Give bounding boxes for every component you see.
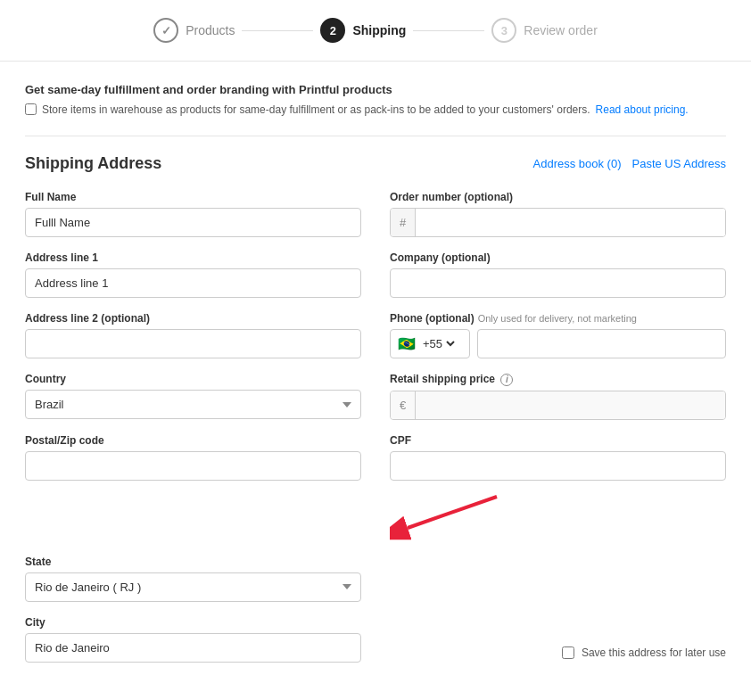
- step-connector-1: [242, 30, 313, 31]
- retail-price-wrapper: €: [390, 391, 726, 420]
- address-line2-group: Address line 2 (optional): [25, 312, 361, 358]
- promo-title: Get same-day fulfillment and order brand…: [25, 83, 726, 96]
- state-right-placeholder: [390, 556, 726, 602]
- retail-price-group: Retail shipping price i €: [390, 373, 726, 420]
- address-form: Full Name Order number (optional) # Addr…: [25, 191, 726, 663]
- step-label-shipping: Shipping: [352, 23, 406, 37]
- step-review[interactable]: 3 Review order: [491, 18, 597, 43]
- address-line2-label: Address line 2 (optional): [25, 312, 361, 325]
- step-circle-shipping: 2: [320, 18, 345, 43]
- cpf-group: CPF: [390, 434, 726, 541]
- company-group: Company (optional): [390, 251, 726, 298]
- country-group: Country Brazil United States Germany Fra…: [25, 373, 361, 420]
- order-number-input[interactable]: [416, 209, 725, 236]
- full-name-label: Full Name: [25, 191, 361, 203]
- phone-input[interactable]: [477, 329, 726, 358]
- divider-1: [25, 136, 726, 136]
- svg-line-1: [408, 497, 497, 528]
- info-icon: i: [500, 374, 513, 386]
- save-address-label: Save this address for later use: [582, 646, 726, 659]
- read-about-pricing-link[interactable]: Read about pricing.: [596, 102, 689, 118]
- phone-country-select[interactable]: 🇧🇷 +55: [390, 329, 470, 358]
- full-name-input[interactable]: [25, 208, 361, 237]
- address-line1-input[interactable]: [25, 268, 361, 298]
- currency-symbol: €: [391, 391, 416, 419]
- step-number-shipping: 2: [330, 24, 336, 37]
- phone-country-dropdown[interactable]: +55: [419, 336, 458, 351]
- save-address-row: Save this address for later use: [562, 646, 726, 659]
- paste-us-address-link[interactable]: Paste US Address: [632, 157, 727, 170]
- address-line1-label: Address line 1: [25, 251, 361, 264]
- checkmark-icon: ✓: [161, 24, 171, 37]
- promo-banner: Get same-day fulfillment and order brand…: [25, 83, 726, 118]
- phone-label: Phone (optional)Only used for delivery, …: [390, 312, 726, 325]
- city-input[interactable]: [25, 633, 361, 663]
- address-line2-input[interactable]: [25, 329, 361, 358]
- address-line1-group: Address line 1: [25, 251, 361, 298]
- main-content: Get same-day fulfillment and order brand…: [0, 62, 751, 684]
- city-group: City: [25, 616, 361, 663]
- company-input[interactable]: [390, 268, 726, 298]
- postal-code-input[interactable]: [25, 451, 361, 481]
- retail-price-label: Retail shipping price i: [390, 373, 726, 386]
- state-select[interactable]: Rio de Janeiro ( RJ ) São Paulo ( SP ) M…: [25, 572, 361, 602]
- step-products[interactable]: ✓ Products: [153, 18, 235, 43]
- phone-group: Phone (optional)Only used for delivery, …: [390, 312, 726, 358]
- order-number-wrapper: #: [390, 208, 726, 237]
- address-book-link[interactable]: Address book (0): [533, 157, 622, 170]
- company-label: Company (optional): [390, 251, 726, 264]
- step-circle-products: ✓: [153, 18, 178, 43]
- step-connector-2: [413, 30, 484, 31]
- promo-label: Store items in warehouse as products for…: [42, 102, 590, 118]
- step-label-review: Review order: [524, 23, 597, 37]
- brazil-flag-icon: 🇧🇷: [398, 335, 416, 352]
- retail-price-input[interactable]: [416, 391, 725, 419]
- order-number-label: Order number (optional): [390, 191, 726, 203]
- address-actions: Address book (0) Paste US Address: [533, 157, 727, 170]
- full-name-group: Full Name: [25, 191, 361, 237]
- country-select[interactable]: Brazil United States Germany France Unit…: [25, 390, 361, 419]
- order-number-prefix: #: [391, 209, 416, 236]
- step-circle-review: 3: [491, 18, 516, 43]
- save-address-group: Save this address for later use: [390, 616, 726, 663]
- phone-note: Only used for delivery, not marketing: [478, 313, 637, 324]
- shipping-address-title: Shipping Address: [25, 154, 161, 173]
- order-number-group: Order number (optional) #: [390, 191, 726, 237]
- save-address-checkbox[interactable]: [562, 646, 574, 659]
- promo-checkbox-row: Store items in warehouse as products for…: [25, 102, 726, 118]
- stepper: ✓ Products 2 Shipping 3 Review order: [0, 0, 751, 62]
- city-label: City: [25, 616, 361, 629]
- cpf-label: CPF: [390, 434, 726, 447]
- postal-code-group: Postal/Zip code: [25, 434, 361, 541]
- state-label: State: [25, 556, 361, 568]
- country-label: Country: [25, 373, 361, 385]
- step-number-review: 3: [501, 24, 508, 37]
- shipping-address-header: Shipping Address Address book (0) Paste …: [25, 154, 726, 173]
- postal-code-label: Postal/Zip code: [25, 434, 361, 447]
- red-arrow-icon: [390, 492, 506, 541]
- cpf-input[interactable]: [390, 451, 726, 481]
- arrow-annotation: [390, 492, 726, 541]
- phone-wrapper: 🇧🇷 +55: [390, 329, 726, 358]
- promo-checkbox[interactable]: [25, 103, 37, 115]
- step-shipping[interactable]: 2 Shipping: [320, 18, 406, 43]
- step-label-products: Products: [186, 23, 235, 37]
- state-group: State Rio de Janeiro ( RJ ) São Paulo ( …: [25, 556, 361, 602]
